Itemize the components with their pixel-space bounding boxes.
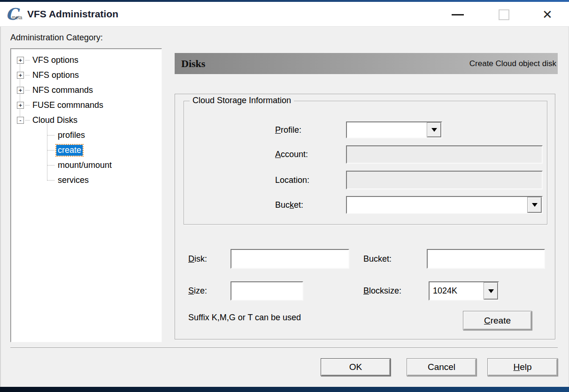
disk-label: Disk: xyxy=(188,249,207,269)
profile-combobox[interactable] xyxy=(346,121,442,138)
blocksize-combobox[interactable]: 1024K xyxy=(429,281,499,301)
window-bottom-border xyxy=(0,387,569,392)
bucket-dropdown-button[interactable] xyxy=(528,197,541,212)
tree-item-nfs-commands[interactable]: + NFS commands xyxy=(11,83,161,98)
location-field xyxy=(346,171,543,189)
help-button[interactable]: Help xyxy=(487,358,558,376)
tree-item-label: VFS options xyxy=(31,55,80,66)
tree-item-label: NFS commands xyxy=(31,85,94,96)
collapse-minus-icon[interactable]: - xyxy=(17,117,24,124)
tree-item-cloud-disks[interactable]: - Cloud Disks xyxy=(11,113,161,128)
bucket-input[interactable] xyxy=(427,249,545,269)
tree-item-label: services xyxy=(56,175,90,186)
logo-text: meta xyxy=(12,15,22,20)
tree-item-label: FUSE commnands xyxy=(31,100,105,111)
blocksize-value: 1024K xyxy=(433,282,457,300)
tree-item-profiles[interactable]: profiles xyxy=(11,128,161,143)
bucket-combobox[interactable] xyxy=(346,196,543,214)
size-input[interactable] xyxy=(231,281,303,301)
tree-item-services[interactable]: services xyxy=(11,173,161,188)
expand-plus-icon[interactable]: + xyxy=(17,102,24,109)
tree-item-create[interactable]: create xyxy=(11,143,161,158)
tree-item-vfs-options[interactable]: + VFS options xyxy=(11,53,161,68)
expand-plus-icon[interactable]: + xyxy=(17,72,24,79)
blocksize-dropdown-button[interactable] xyxy=(484,283,498,299)
logo-initial: C xyxy=(6,5,18,23)
tree-item-label: NFS options xyxy=(31,70,80,81)
minimize-icon xyxy=(452,14,464,15)
ok-button[interactable]: OK xyxy=(321,358,391,376)
create-button[interactable]: Create xyxy=(463,311,532,330)
tree-item-label: mount/umount xyxy=(56,160,113,171)
chevron-down-icon xyxy=(532,203,538,207)
size-suffix-hint: Suffix K,M,G or T can be used xyxy=(188,313,301,323)
profile-label: Profile: xyxy=(275,121,301,138)
app-logo-icon: C meta xyxy=(6,5,24,23)
expand-plus-icon[interactable]: + xyxy=(17,87,24,94)
tree-item-label: Cloud Disks xyxy=(31,115,79,126)
cancel-button[interactable]: Cancel xyxy=(407,358,477,376)
tree-item-nfs-options[interactable]: + NFS options xyxy=(11,68,161,83)
cloud-storage-groupbox: Cloud Storage Information Profile: Accou… xyxy=(184,101,547,225)
account-label: Account: xyxy=(275,145,308,164)
section-header-bar: Disks Create Cloud object disk xyxy=(175,53,558,74)
administration-category-label: Administration Category: xyxy=(10,33,103,43)
maximize-icon xyxy=(499,9,509,20)
tree-item-fuse-commands[interactable]: + FUSE commnands xyxy=(11,98,161,113)
bucket-group-label: Bucket: xyxy=(275,196,303,214)
size-label: Size: xyxy=(188,281,207,301)
close-button[interactable]: ✕ xyxy=(533,7,561,23)
account-field xyxy=(346,145,543,164)
minimize-button[interactable] xyxy=(444,7,472,23)
tree-item-mount-umount[interactable]: mount/umount xyxy=(11,158,161,173)
titlebar: C meta VFS Administration ✕ xyxy=(0,2,569,27)
tree-item-label: profiles xyxy=(56,130,86,141)
disk-create-panel: Cloud Storage Information Profile: Accou… xyxy=(175,94,555,339)
chevron-down-icon xyxy=(488,289,494,293)
groupbox-title: Cloud Storage Information xyxy=(190,96,294,106)
blocksize-label: Blocksize: xyxy=(363,281,401,301)
profile-dropdown-button[interactable] xyxy=(427,123,441,137)
vfs-administration-window: C meta VFS Administration ✕ Administrati… xyxy=(0,0,569,392)
maximize-button xyxy=(490,7,518,23)
footer-separator xyxy=(10,347,558,348)
section-title: Disks xyxy=(181,58,205,70)
category-tree: + VFS options + NFS options + NFS comman… xyxy=(10,48,162,342)
chevron-down-icon xyxy=(431,128,437,132)
close-icon: ✕ xyxy=(542,8,553,22)
location-label: Location: xyxy=(275,171,309,189)
bucket-label: Bucket: xyxy=(363,249,392,269)
section-subtitle: Create Cloud object disk xyxy=(469,59,556,68)
tree-item-label-selected: create xyxy=(56,145,83,156)
expand-plus-icon[interactable]: + xyxy=(17,57,24,64)
disk-input[interactable] xyxy=(231,249,349,269)
window-title: VFS Administration xyxy=(27,2,118,26)
